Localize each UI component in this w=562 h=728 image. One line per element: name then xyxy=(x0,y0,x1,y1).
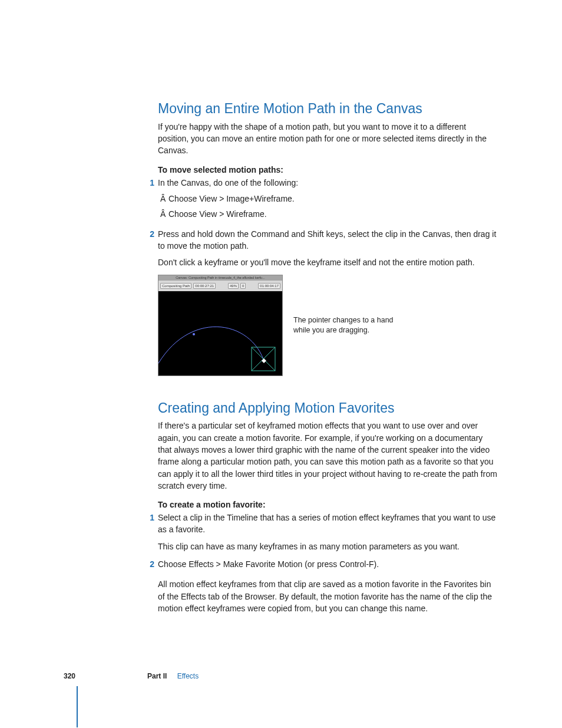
section-heading-moving-path: Moving an Entire Motion Path in the Canv… xyxy=(158,100,497,117)
section2-subhead: To create a motion favorite: xyxy=(158,500,497,509)
footer-rule xyxy=(77,686,78,727)
step-extra: This clip can have as many keyframes in … xyxy=(158,541,497,552)
step-number: 2 xyxy=(146,558,154,570)
section1-steps: 1 In the Canvas, do one of the following… xyxy=(158,177,497,269)
step-2: 2 Press and hold down the Command and Sh… xyxy=(158,228,497,269)
step-number: 1 xyxy=(146,512,154,523)
section1-intro: If you're happy with the shape of a moti… xyxy=(158,121,497,157)
screenshot-titlebar: Canvas: Compositing Path in timecode_4_t… xyxy=(158,275,282,281)
bullet-item: Choose View > Wireframe. xyxy=(168,207,497,220)
step-text: In the Canvas, do one of the following: xyxy=(158,178,298,187)
step-extra: All motion effect keyframes from that cl… xyxy=(158,578,497,614)
step-1b: 1 Select a clip in the Timeline that has… xyxy=(158,512,497,552)
screenshot-toolbar: Compositing Path 00:00:27:21 49% 0 01:00… xyxy=(158,281,282,291)
timecode-right: 01:00:04:17 xyxy=(258,283,280,289)
part-name: Effects xyxy=(177,672,199,680)
step-text: Choose Effects > Make Favorite Motion (o… xyxy=(158,559,379,569)
zoom-chip: 49% xyxy=(228,283,239,289)
section1-subhead: To move selected motion paths: xyxy=(158,165,497,174)
figure-caption: The pointer changes to a hand while you … xyxy=(293,315,394,335)
svg-point-0 xyxy=(193,333,195,335)
section2-intro: If there's a particular set of keyframed… xyxy=(158,420,497,492)
tab-chip: Compositing Path xyxy=(160,283,191,289)
part-label: Part II xyxy=(147,672,167,680)
timecode-left: 00:00:27:21 xyxy=(193,283,216,289)
document-page: Moving an Entire Motion Path in the Canv… xyxy=(0,0,562,728)
step-2b: 2 Choose Effects > Make Favorite Motion … xyxy=(158,558,497,614)
step-number: 2 xyxy=(146,228,154,240)
motion-path-curve xyxy=(158,305,282,375)
section2-steps: 1 Select a clip in the Timeline that has… xyxy=(158,512,497,614)
step-number: 1 xyxy=(146,177,154,189)
part-info: Part II Effects xyxy=(147,672,199,680)
view-chip: 0 xyxy=(240,283,246,289)
section-heading-motion-favorites: Creating and Applying Motion Favorites xyxy=(158,400,497,417)
bullet-item: Choose View > Image+Wireframe. xyxy=(168,192,497,205)
step-1: 1 In the Canvas, do one of the following… xyxy=(158,177,497,221)
step-extra: Don't click a keyframe or you'll move th… xyxy=(158,256,497,268)
step-text: Select a clip in the Timeline that has a… xyxy=(158,513,495,534)
step-text: Press and hold down the Command and Shif… xyxy=(158,229,496,251)
step-1-bullets: Choose View > Image+Wireframe. Choose Vi… xyxy=(158,192,497,221)
figure-row: Canvas: Compositing Path in timecode_4_t… xyxy=(158,275,497,376)
page-number: 320 xyxy=(64,672,75,680)
canvas-screenshot: Canvas: Compositing Path in timecode_4_t… xyxy=(158,275,283,376)
